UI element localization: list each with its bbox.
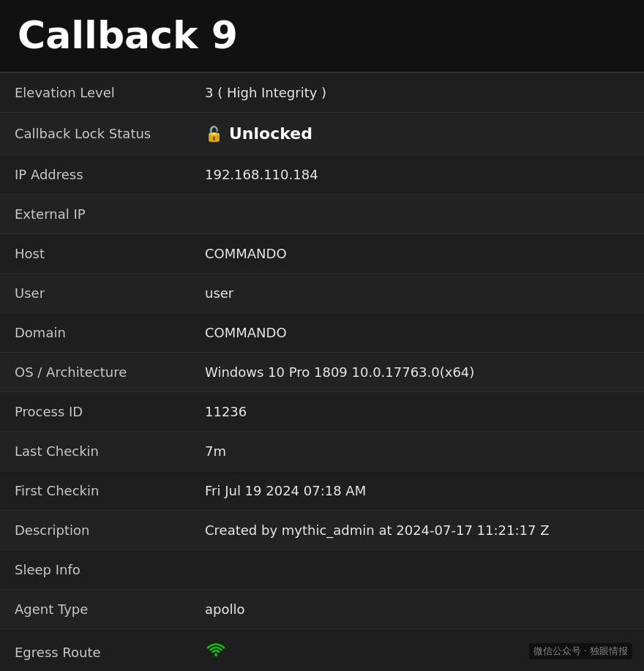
row-label: Sleep Info [0, 550, 190, 590]
row-label: Domain [0, 313, 190, 353]
row-value: apollo [190, 590, 644, 629]
table-row: Callback Lock Status🔓Unlocked [0, 113, 644, 155]
row-value: Fri Jul 19 2024 07:18 AM [190, 471, 644, 511]
row-label: Process ID [0, 392, 190, 432]
table-row: DomainCOMMANDO [0, 313, 644, 353]
page-header: Callback 9 [0, 0, 644, 73]
row-value: COMMANDO [190, 234, 644, 274]
table-row: DescriptionCreated by mythic_admin at 20… [0, 511, 644, 550]
table-row: HostCOMMANDO [0, 234, 644, 274]
table-row: Agent Typeapollo [0, 590, 644, 629]
table-row: OS / ArchitectureWindows 10 Pro 1809 10.… [0, 353, 644, 392]
row-value: 192.168.110.184 [190, 155, 644, 195]
row-label: Description [0, 511, 190, 550]
wifi-icon [205, 641, 227, 663]
row-value: COMMANDO [190, 313, 644, 353]
watermark: 微信公众号 · 独眼情报 [529, 643, 632, 659]
row-label: User [0, 274, 190, 313]
row-label: Egress Route [0, 629, 190, 672]
row-label: First Checkin [0, 471, 190, 511]
info-table: Elevation Level3 ( High Integrity )Callb… [0, 73, 644, 671]
row-value: 3 ( High Integrity ) [190, 73, 644, 113]
row-value: user [190, 274, 644, 313]
row-label: OS / Architecture [0, 353, 190, 392]
table-row: Sleep Info [0, 550, 644, 590]
table-row: Last Checkin7m [0, 432, 644, 471]
row-value: 11236 [190, 392, 644, 432]
row-value: Windows 10 Pro 1809 10.0.17763.0(x64) [190, 353, 644, 392]
row-value [190, 195, 644, 234]
table-row: External IP [0, 195, 644, 234]
row-value: 7m [190, 432, 644, 471]
svg-point-0 [214, 653, 217, 656]
row-label: External IP [0, 195, 190, 234]
row-label: Host [0, 234, 190, 274]
table-row: Elevation Level3 ( High Integrity ) [0, 73, 644, 113]
lock-icon: 🔓 [205, 125, 223, 143]
row-label: Agent Type [0, 590, 190, 629]
unlocked-label: Unlocked [229, 124, 312, 143]
row-value [190, 550, 644, 590]
row-label: Last Checkin [0, 432, 190, 471]
table-row: Process ID11236 [0, 392, 644, 432]
row-label: IP Address [0, 155, 190, 195]
table-row: First CheckinFri Jul 19 2024 07:18 AM [0, 471, 644, 511]
row-label: Callback Lock Status [0, 113, 190, 155]
table-row: Useruser [0, 274, 644, 313]
page-title: Callback 9 [18, 13, 626, 57]
row-value: 🔓Unlocked [190, 113, 644, 155]
table-row: IP Address192.168.110.184 [0, 155, 644, 195]
row-value: Created by mythic_admin at 2024-07-17 11… [190, 511, 644, 550]
row-label: Elevation Level [0, 73, 190, 113]
